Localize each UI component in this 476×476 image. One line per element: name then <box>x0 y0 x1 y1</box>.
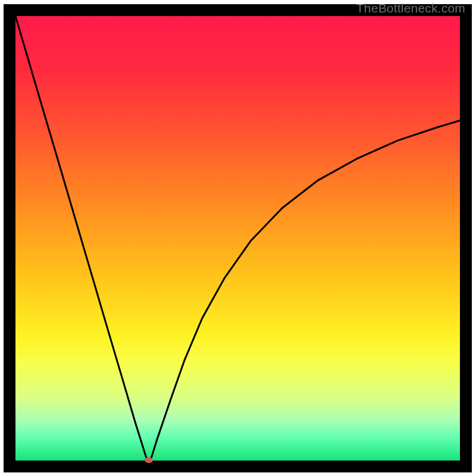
watermark-text: TheBottleneck.com <box>356 1 465 15</box>
chart-stage: TheBottleneck.com <box>0 0 476 476</box>
minimum-marker <box>145 457 153 463</box>
chart-svg <box>0 0 476 476</box>
chart-background <box>15 16 460 461</box>
